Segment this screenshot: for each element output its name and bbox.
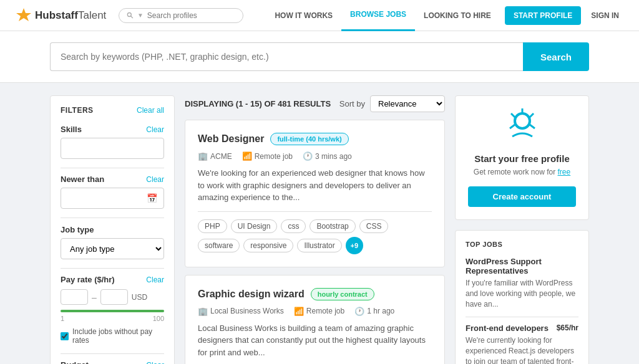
calendar-icon: 📅: [147, 193, 157, 203]
job-divider-1: [198, 211, 432, 212]
filter-budget: Budget Clear: [61, 360, 164, 364]
tag[interactable]: css: [281, 219, 306, 233]
job-title-1: Web Designer: [198, 133, 264, 145]
tag[interactable]: responsive: [243, 239, 293, 252]
date-input[interactable]: 📅: [61, 188, 164, 209]
newer-than-label: Newer than: [61, 175, 104, 184]
job-time-2: 1 hr ago: [367, 307, 394, 315]
job-tags-1: PHP UI Design css Bootstrap CSS software…: [198, 219, 432, 254]
results-panel: DISPLAYING (1 - 15) OF 481 RESULTS Sort …: [185, 95, 445, 364]
job-title-2: Graphic design wizard: [198, 289, 305, 300]
nav-how-it-works[interactable]: HOW IT WORKS: [266, 0, 341, 31]
filter-divider-2: [61, 218, 164, 218]
header-search-input[interactable]: [147, 11, 236, 20]
search-dropdown-arrow: ▼: [137, 12, 144, 19]
top-job-desc-2: We're currently looking for experienced …: [466, 335, 578, 364]
svg-line-5: [530, 113, 534, 117]
job-badge-1: full-time (40 hrs/wk): [270, 133, 348, 145]
job-desc-2: Local Business Works is building a team …: [198, 322, 432, 359]
nav-browse-jobs[interactable]: BROWSE JOBS: [341, 0, 415, 31]
job-time-1: 3 mins ago: [315, 152, 352, 161]
results-header: DISPLAYING (1 - 15) OF 481 RESULTS Sort …: [185, 95, 445, 112]
job-company-2: Local Business Works: [210, 307, 284, 315]
search-banner-button[interactable]: Search: [523, 42, 589, 71]
top-jobs-divider: [466, 317, 578, 317]
job-company-1: ACME: [210, 152, 232, 161]
include-no-pay-label: Include jobs without pay rates: [72, 327, 164, 345]
promo-card: Start your free profile Get remote work …: [455, 95, 589, 220]
tag[interactable]: Bootstrap: [310, 219, 355, 233]
sort-label: Sort by: [339, 99, 365, 108]
job-card-1: Web Designer full-time (40 hrs/wk) 🏢 ACM…: [185, 120, 445, 267]
skills-label: Skills: [61, 125, 82, 134]
clock-icon-2: 🕐: [354, 307, 364, 316]
budget-label: Budget: [61, 360, 89, 364]
header-search-bar[interactable]: ▼: [119, 8, 243, 23]
newer-than-clear[interactable]: Clear: [146, 175, 164, 184]
top-job-rate-2: $65/hr: [557, 323, 578, 332]
header: HubstaffTalent ▼ HOW IT WORKS BROWSE JOB…: [0, 0, 639, 31]
pay-rate-min[interactable]: 1: [61, 289, 88, 305]
main-nav: HOW IT WORKS BROWSE JOBS LOOKING TO HIRE…: [266, 0, 624, 31]
pay-rate-dash: –: [92, 292, 97, 302]
svg-point-3: [515, 113, 530, 128]
job-type-label: Job type: [61, 225, 94, 234]
job-remote-2: Remote job: [306, 307, 344, 315]
job-type-select[interactable]: Any job type: [61, 238, 164, 259]
slider-container[interactable]: [61, 310, 164, 312]
top-job-name-1: WordPress Support Representatives: [466, 257, 578, 275]
nav-sign-in[interactable]: SIGN IN: [586, 11, 624, 20]
pay-rate-label: Pay rate ($/hr): [61, 275, 115, 284]
top-job-item-2[interactable]: Front-end developers $65/hr We're curren…: [466, 323, 578, 364]
svg-line-8: [510, 125, 515, 128]
pay-rate-max[interactable]: 100+: [100, 289, 128, 305]
clear-all-button[interactable]: Clear all: [137, 106, 164, 115]
filters-header: FILTERS Clear all: [61, 106, 164, 115]
create-account-button[interactable]: Create account: [468, 186, 576, 207]
filter-divider-4: [61, 353, 164, 354]
filter-divider-1: [61, 168, 164, 168]
tag[interactable]: PHP: [198, 219, 227, 233]
tag[interactable]: UI Design: [231, 219, 278, 233]
job-remote-1: Remote job: [255, 152, 293, 161]
slider-min-label: 1: [61, 315, 64, 322]
tag[interactable]: software: [198, 239, 240, 252]
tag[interactable]: Illustrator: [297, 239, 341, 252]
filter-job-type: Job type Any job type: [61, 224, 164, 259]
filter-pay-rate: Pay rate ($/hr) Clear 1 – 100+ USD 1 100…: [61, 275, 164, 345]
budget-clear[interactable]: Clear: [146, 361, 164, 365]
svg-marker-0: [16, 8, 31, 21]
promo-subtitle: Get remote work now for free: [468, 168, 576, 176]
top-jobs-card: TOP JOBS WordPress Support Representativ…: [455, 230, 589, 364]
results-count: DISPLAYING (1 - 15) OF 481 RESULTS: [185, 99, 331, 108]
wifi-icon-2: 📶: [294, 307, 304, 316]
nav-looking-to-hire[interactable]: LOOKING TO HIRE: [415, 0, 500, 31]
top-job-name-2: Front-end developers: [466, 323, 549, 333]
include-no-pay-checkbox[interactable]: [61, 332, 69, 340]
search-banner-input[interactable]: [50, 42, 523, 71]
tag[interactable]: CSS: [359, 219, 389, 233]
skills-input[interactable]: [61, 138, 164, 159]
svg-line-6: [530, 125, 535, 128]
filters-panel: FILTERS Clear all Skills Clear Newer tha…: [50, 95, 175, 364]
company-icon-2: 🏢: [198, 307, 208, 316]
more-tags-button-1[interactable]: +9: [346, 237, 363, 254]
top-jobs-title: TOP JOBS: [466, 241, 578, 248]
clock-icon-1: 🕐: [303, 151, 313, 161]
svg-point-1: [128, 13, 132, 17]
filter-newer-than: Newer than Clear 📅: [61, 175, 164, 209]
svg-line-2: [131, 16, 133, 18]
top-job-item-1[interactable]: WordPress Support Representatives If you…: [466, 257, 578, 309]
filters-title: FILTERS: [61, 106, 94, 115]
promo-icon: [504, 108, 541, 146]
skills-clear[interactable]: Clear: [146, 125, 164, 134]
start-profile-button[interactable]: START PROFILE: [505, 6, 581, 25]
logo-area: HubstaffTalent: [15, 7, 106, 24]
sort-select[interactable]: Relevance Newest Pay Rate: [370, 95, 445, 112]
logo-icon: [15, 7, 32, 24]
promo-title: Start your free profile: [468, 153, 576, 164]
top-job-desc-1: If you're familiar with WordPress and lo…: [466, 278, 578, 309]
job-desc-1: We're looking for an experienced web des…: [198, 167, 432, 204]
pay-rate-clear[interactable]: Clear: [146, 275, 164, 284]
job-meta-1: 🏢 ACME 📶 Remote job 🕐 3 mins ago: [198, 151, 432, 161]
